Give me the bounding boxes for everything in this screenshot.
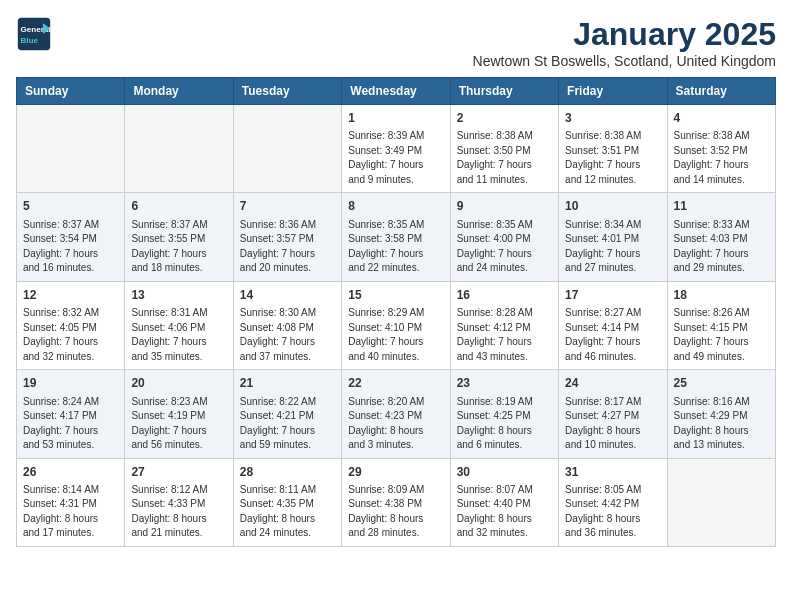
- logo-icon: General Blue: [16, 16, 52, 52]
- day-number: 13: [131, 287, 226, 304]
- day-info: Sunrise: 8:27 AM Sunset: 4:14 PM Dayligh…: [565, 306, 660, 364]
- day-info: Sunrise: 8:23 AM Sunset: 4:19 PM Dayligh…: [131, 395, 226, 453]
- header-cell-wednesday: Wednesday: [342, 78, 450, 105]
- day-number: 24: [565, 375, 660, 392]
- day-number: 31: [565, 464, 660, 481]
- day-info: Sunrise: 8:31 AM Sunset: 4:06 PM Dayligh…: [131, 306, 226, 364]
- day-number: 28: [240, 464, 335, 481]
- day-info: Sunrise: 8:36 AM Sunset: 3:57 PM Dayligh…: [240, 218, 335, 276]
- day-cell: 26Sunrise: 8:14 AM Sunset: 4:31 PM Dayli…: [17, 458, 125, 546]
- logo: General Blue: [16, 16, 52, 52]
- day-info: Sunrise: 8:16 AM Sunset: 4:29 PM Dayligh…: [674, 395, 769, 453]
- day-info: Sunrise: 8:29 AM Sunset: 4:10 PM Dayligh…: [348, 306, 443, 364]
- day-info: Sunrise: 8:05 AM Sunset: 4:42 PM Dayligh…: [565, 483, 660, 541]
- day-number: 27: [131, 464, 226, 481]
- day-number: 10: [565, 198, 660, 215]
- day-cell: 25Sunrise: 8:16 AM Sunset: 4:29 PM Dayli…: [667, 370, 775, 458]
- day-cell: 6Sunrise: 8:37 AM Sunset: 3:55 PM Daylig…: [125, 193, 233, 281]
- day-cell: 19Sunrise: 8:24 AM Sunset: 4:17 PM Dayli…: [17, 370, 125, 458]
- day-cell: 8Sunrise: 8:35 AM Sunset: 3:58 PM Daylig…: [342, 193, 450, 281]
- day-info: Sunrise: 8:34 AM Sunset: 4:01 PM Dayligh…: [565, 218, 660, 276]
- day-cell: 3Sunrise: 8:38 AM Sunset: 3:51 PM Daylig…: [559, 105, 667, 193]
- day-cell: 13Sunrise: 8:31 AM Sunset: 4:06 PM Dayli…: [125, 281, 233, 369]
- day-info: Sunrise: 8:30 AM Sunset: 4:08 PM Dayligh…: [240, 306, 335, 364]
- header-cell-sunday: Sunday: [17, 78, 125, 105]
- day-info: Sunrise: 8:19 AM Sunset: 4:25 PM Dayligh…: [457, 395, 552, 453]
- month-title: January 2025: [473, 16, 776, 53]
- day-info: Sunrise: 8:26 AM Sunset: 4:15 PM Dayligh…: [674, 306, 769, 364]
- day-cell: 23Sunrise: 8:19 AM Sunset: 4:25 PM Dayli…: [450, 370, 558, 458]
- day-info: Sunrise: 8:37 AM Sunset: 3:55 PM Dayligh…: [131, 218, 226, 276]
- day-cell: [667, 458, 775, 546]
- day-cell: 5Sunrise: 8:37 AM Sunset: 3:54 PM Daylig…: [17, 193, 125, 281]
- day-cell: 30Sunrise: 8:07 AM Sunset: 4:40 PM Dayli…: [450, 458, 558, 546]
- calendar-table: SundayMondayTuesdayWednesdayThursdayFrid…: [16, 77, 776, 547]
- svg-text:Blue: Blue: [21, 36, 39, 45]
- header-row: SundayMondayTuesdayWednesdayThursdayFrid…: [17, 78, 776, 105]
- day-cell: 18Sunrise: 8:26 AM Sunset: 4:15 PM Dayli…: [667, 281, 775, 369]
- day-cell: 7Sunrise: 8:36 AM Sunset: 3:57 PM Daylig…: [233, 193, 341, 281]
- day-number: 25: [674, 375, 769, 392]
- day-cell: 4Sunrise: 8:38 AM Sunset: 3:52 PM Daylig…: [667, 105, 775, 193]
- day-info: Sunrise: 8:38 AM Sunset: 3:51 PM Dayligh…: [565, 129, 660, 187]
- day-info: Sunrise: 8:38 AM Sunset: 3:52 PM Dayligh…: [674, 129, 769, 187]
- day-info: Sunrise: 8:09 AM Sunset: 4:38 PM Dayligh…: [348, 483, 443, 541]
- day-info: Sunrise: 8:20 AM Sunset: 4:23 PM Dayligh…: [348, 395, 443, 453]
- day-cell: 21Sunrise: 8:22 AM Sunset: 4:21 PM Dayli…: [233, 370, 341, 458]
- day-number: 1: [348, 110, 443, 127]
- day-number: 5: [23, 198, 118, 215]
- day-number: 21: [240, 375, 335, 392]
- week-row-4: 19Sunrise: 8:24 AM Sunset: 4:17 PM Dayli…: [17, 370, 776, 458]
- day-cell: 17Sunrise: 8:27 AM Sunset: 4:14 PM Dayli…: [559, 281, 667, 369]
- day-number: 29: [348, 464, 443, 481]
- day-number: 4: [674, 110, 769, 127]
- day-info: Sunrise: 8:07 AM Sunset: 4:40 PM Dayligh…: [457, 483, 552, 541]
- day-info: Sunrise: 8:35 AM Sunset: 3:58 PM Dayligh…: [348, 218, 443, 276]
- day-cell: 10Sunrise: 8:34 AM Sunset: 4:01 PM Dayli…: [559, 193, 667, 281]
- day-cell: 20Sunrise: 8:23 AM Sunset: 4:19 PM Dayli…: [125, 370, 233, 458]
- day-number: 20: [131, 375, 226, 392]
- day-cell: [17, 105, 125, 193]
- day-info: Sunrise: 8:12 AM Sunset: 4:33 PM Dayligh…: [131, 483, 226, 541]
- day-number: 12: [23, 287, 118, 304]
- day-cell: 16Sunrise: 8:28 AM Sunset: 4:12 PM Dayli…: [450, 281, 558, 369]
- day-cell: [233, 105, 341, 193]
- day-cell: 22Sunrise: 8:20 AM Sunset: 4:23 PM Dayli…: [342, 370, 450, 458]
- header-cell-friday: Friday: [559, 78, 667, 105]
- calendar-body: 1Sunrise: 8:39 AM Sunset: 3:49 PM Daylig…: [17, 105, 776, 547]
- day-number: 3: [565, 110, 660, 127]
- week-row-5: 26Sunrise: 8:14 AM Sunset: 4:31 PM Dayli…: [17, 458, 776, 546]
- day-cell: [125, 105, 233, 193]
- day-cell: 9Sunrise: 8:35 AM Sunset: 4:00 PM Daylig…: [450, 193, 558, 281]
- header-cell-tuesday: Tuesday: [233, 78, 341, 105]
- week-row-2: 5Sunrise: 8:37 AM Sunset: 3:54 PM Daylig…: [17, 193, 776, 281]
- day-number: 17: [565, 287, 660, 304]
- day-cell: 28Sunrise: 8:11 AM Sunset: 4:35 PM Dayli…: [233, 458, 341, 546]
- day-cell: 24Sunrise: 8:17 AM Sunset: 4:27 PM Dayli…: [559, 370, 667, 458]
- day-number: 16: [457, 287, 552, 304]
- header-cell-thursday: Thursday: [450, 78, 558, 105]
- day-cell: 14Sunrise: 8:30 AM Sunset: 4:08 PM Dayli…: [233, 281, 341, 369]
- day-info: Sunrise: 8:35 AM Sunset: 4:00 PM Dayligh…: [457, 218, 552, 276]
- day-info: Sunrise: 8:33 AM Sunset: 4:03 PM Dayligh…: [674, 218, 769, 276]
- day-number: 2: [457, 110, 552, 127]
- day-number: 6: [131, 198, 226, 215]
- day-info: Sunrise: 8:17 AM Sunset: 4:27 PM Dayligh…: [565, 395, 660, 453]
- day-info: Sunrise: 8:38 AM Sunset: 3:50 PM Dayligh…: [457, 129, 552, 187]
- location-subtitle: Newtown St Boswells, Scotland, United Ki…: [473, 53, 776, 69]
- day-number: 9: [457, 198, 552, 215]
- day-cell: 15Sunrise: 8:29 AM Sunset: 4:10 PM Dayli…: [342, 281, 450, 369]
- day-cell: 11Sunrise: 8:33 AM Sunset: 4:03 PM Dayli…: [667, 193, 775, 281]
- title-block: January 2025 Newtown St Boswells, Scotla…: [473, 16, 776, 69]
- day-cell: 1Sunrise: 8:39 AM Sunset: 3:49 PM Daylig…: [342, 105, 450, 193]
- day-info: Sunrise: 8:37 AM Sunset: 3:54 PM Dayligh…: [23, 218, 118, 276]
- day-number: 7: [240, 198, 335, 215]
- day-number: 30: [457, 464, 552, 481]
- calendar-header: SundayMondayTuesdayWednesdayThursdayFrid…: [17, 78, 776, 105]
- day-number: 22: [348, 375, 443, 392]
- day-number: 26: [23, 464, 118, 481]
- day-number: 14: [240, 287, 335, 304]
- day-info: Sunrise: 8:28 AM Sunset: 4:12 PM Dayligh…: [457, 306, 552, 364]
- day-cell: 2Sunrise: 8:38 AM Sunset: 3:50 PM Daylig…: [450, 105, 558, 193]
- day-cell: 31Sunrise: 8:05 AM Sunset: 4:42 PM Dayli…: [559, 458, 667, 546]
